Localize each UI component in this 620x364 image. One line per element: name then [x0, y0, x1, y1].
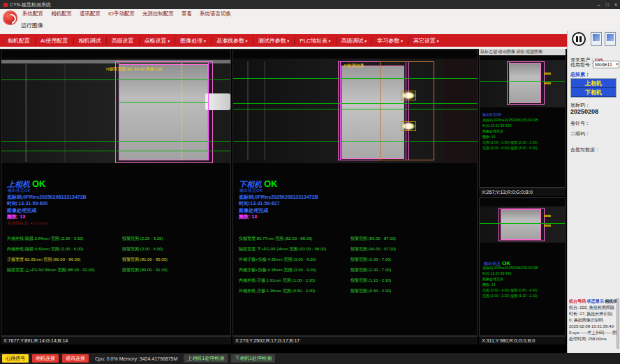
toolbar-image-processing[interactable]: 图像处理 [175, 37, 211, 45]
info-line: 2025:02:08-13:31:59:40- [569, 324, 617, 330]
measurement-row: 隔膜宽度-上+PG:90.56mm 范围:(88.00 - 92.00) 报警范… [7, 267, 229, 273]
tab-run-image[interactable]: 运行图像 [21, 22, 43, 29]
toolbar-ai-config[interactable]: AI使用配置 [35, 37, 73, 45]
pause-button[interactable] [572, 32, 586, 46]
machine-edge [25, 64, 27, 162]
info-line: 0-cys——件上扫码——图像 [569, 330, 617, 336]
lower-camera-process-status[interactable]: 下相机1处理检测 [231, 354, 275, 363]
edge-line-magenta [119, 63, 119, 160]
toolbar-other-settings[interactable]: 其它设置 [408, 37, 444, 45]
aux-bottom-image[interactable] [480, 206, 565, 243]
pause-icon [576, 36, 578, 42]
label-mark-yellow [544, 215, 551, 217]
camera-status-list: 上相机 下相机 [570, 78, 617, 98]
upper-camera-process-status[interactable]: 上相机1处理检测 [184, 354, 228, 363]
edge-line-magenta [509, 61, 510, 105]
model-select[interactable]: Mode11▾ [593, 61, 619, 68]
camera-view-aux-bottom[interactable]: 输出状态OK 底标码:0Fffine2025020813313472B 时间:1… [479, 197, 566, 336]
camera-view-aux-top[interactable]: 输出状态OK 底标码:0Fffine2025020813313472B 时间:1… [479, 55, 566, 188]
output-status: 输出状态OK [239, 188, 263, 194]
aux-top-image[interactable] [480, 60, 565, 107]
window-title: CYS-视觉检测系统 [10, 2, 51, 7]
info-line: 0, 换批图像识别码 [569, 317, 617, 324]
aux-bottom-coordinates: X:311;Y:980;R:0;G:0;B:0 [479, 336, 566, 344]
list-item-upper-camera[interactable]: 上相机 [571, 79, 616, 88]
tab-row: 运行图像 [0, 19, 620, 31]
batch-code-value: 20250208 [570, 108, 598, 115]
info-line: 处理时间: 258.00ms [569, 336, 617, 342]
machine-edge [247, 61, 249, 160]
toolbar-row: 相机配置 AI使用配置 相机调试 高级设置 点检设置 图像处理 基准线参数 测试… [0, 31, 620, 49]
pin-number-label: 卷针号： [570, 120, 590, 127]
measure-line-green [119, 102, 208, 103]
measure-line-green [1, 141, 230, 142]
info-line: 时长: 17, 换批分辨识别; [569, 311, 617, 317]
menu-system-config[interactable]: 系统配置 [22, 10, 43, 17]
chevron-down-icon: ▾ [616, 61, 618, 68]
menu-view[interactable]: 查看 [182, 10, 192, 17]
lower-camera-image[interactable]: AI检测结果 [233, 59, 477, 163]
image-annotation: AI检测结果 [344, 63, 364, 69]
output-status: 输出状态OK [8, 188, 31, 194]
measure-line-green [480, 81, 565, 82]
app-icon [3, 3, 8, 7]
time-text: 时间:13-31-59-627 [239, 200, 279, 207]
measure-line-green [480, 223, 565, 224]
image-annotation: N极限宽度:93, 93.42 内极:100 [106, 66, 162, 73]
comm-connection-indicator: 通讯连接 [62, 354, 89, 363]
toolbar-plc-address-table[interactable]: PLC地址表 [294, 37, 335, 45]
view-snapshot-button-1[interactable] [591, 32, 602, 46]
menu-comm-config[interactable]: 通讯配置 [80, 10, 101, 17]
toolbar-camera-config[interactable]: 相机配置 [3, 37, 35, 45]
label-mark-yellow [544, 73, 551, 75]
measurement-row: 内侧正极+负极:4.38mm 范围:(3.00 - 9.00) 报警范围:(2.… [239, 267, 475, 273]
window-controls: – □ × [598, 0, 617, 9]
measure-line-green [1, 151, 230, 151]
maximize-button[interactable]: □ [606, 0, 609, 9]
label-mark-yellow [544, 225, 551, 227]
camera-view-upper[interactable]: N极限宽度:93, 93.42 内极:100 上相机OK 输出状态OK 底标码:… [1, 50, 231, 336]
toolbar-advanced-settings[interactable]: 高级设置 [106, 37, 139, 45]
weld-glow-spot [401, 121, 416, 131]
camera-connection-indicator: 相机连接 [32, 354, 59, 363]
cpu-memory-text: Cpu: 0.0% Memory: 3424.41796875M [95, 356, 177, 361]
toolbar-camera-debug[interactable]: 相机调试 [73, 37, 106, 45]
roi-outline-pink [499, 208, 545, 241]
measure-line-green [233, 109, 477, 109]
toolbar-spot-check[interactable]: 点检设置 [139, 37, 175, 45]
gripper [205, 93, 230, 110]
close-button[interactable]: × [614, 0, 617, 9]
menu-camera-config[interactable]: 相机配置 [51, 10, 72, 17]
camera-view-lower[interactable]: AI检测结果 下相机OK 输出状态OK 底标码:0Fffine202502081… [232, 50, 478, 336]
info-line: 机台: 222, 换批检测间隔 [569, 305, 617, 311]
upper-camera-coordinates: X:7677;Y:891;R:14;G:14;B:14 [1, 336, 231, 344]
upper-camera-image[interactable]: N极限宽度:93, 93.42 内极:100 [1, 59, 230, 163]
menu-bar: 系统配置 相机配置 通讯配置 IO手动配置 光源控制配置 查看 系统语言切换 [0, 9, 620, 19]
toolbar: 相机配置 AI使用配置 相机调试 高级设置 点检设置 图像处理 基准线参数 测试… [0, 34, 567, 47]
heartbeat-indicator: 心跳信号 [2, 354, 29, 363]
measure-line-green [233, 141, 477, 142]
toolbar-advanced-debug[interactable]: 高级调试 [336, 37, 372, 45]
roi-outline-orange [380, 61, 434, 160]
turns-text: 圈数: 13 [239, 213, 257, 220]
measurement-row: 外侧差线-正极:1.36mm 范围:(0.60 - 4.00) 报警范围:(0.… [239, 288, 475, 294]
toolbar-testpiece-params[interactable]: 测试件参数 [253, 37, 295, 45]
measurement-row: 内侧差线-隔膜:4.60mm 范围:(3.00 - 6.00) 报警范围:(3.… [7, 246, 229, 252]
measurement-row: 负极宽度:83.77mm 范围:(82.00 - 88.00) 报警范围:(83… [239, 236, 475, 242]
reference-line-yellow [182, 63, 182, 160]
machine-info-panel: 机台号码 状态显示 相机状态 机台: 222, 换批检测间隔 时长: 17, 换… [569, 298, 617, 349]
app-logo [3, 10, 17, 25]
measure-line-green [233, 78, 477, 79]
menu-light-control-config[interactable]: 光源控制配置 [142, 10, 174, 17]
menu-io-manual-config[interactable]: IO手动配置 [108, 10, 135, 17]
edge-line-magenta [406, 61, 406, 160]
turns-text: 圈数: 13 [7, 213, 25, 220]
measurement-row: 外侧差线-隔膜:2.84mm 范围:(2.00 - 3.50) 报警范围:(2.… [7, 236, 229, 242]
minimize-button[interactable]: – [598, 0, 600, 9]
list-item-lower-camera[interactable]: 下相机 [571, 88, 616, 97]
toolbar-baseline-params[interactable]: 基准线参数 [211, 37, 253, 45]
toolbar-learning-params[interactable]: 学习参数 [371, 37, 408, 45]
menu-language-switch[interactable]: 系统语言切换 [200, 10, 231, 17]
view-snapshot-button-2[interactable] [605, 32, 616, 46]
info-scrollbar[interactable] [617, 298, 619, 349]
